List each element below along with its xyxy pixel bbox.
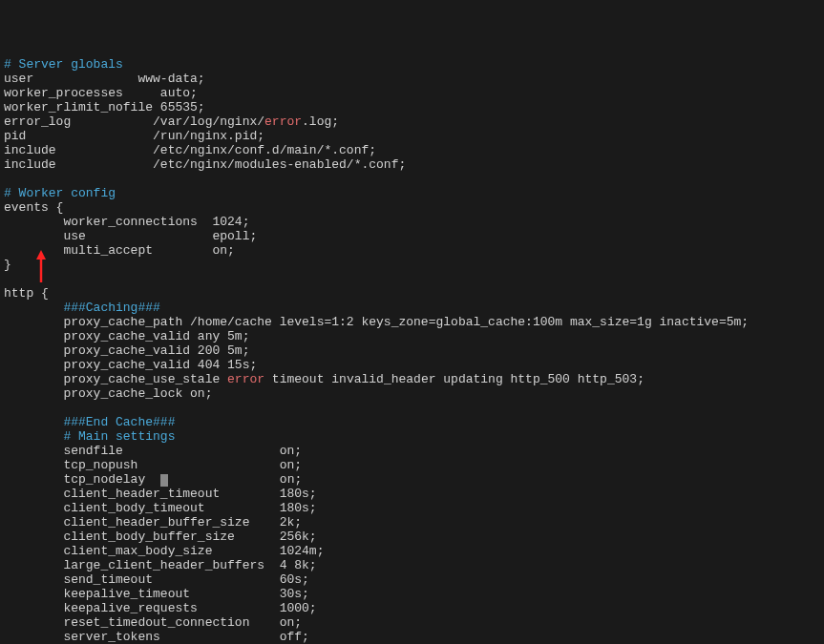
config-line: http { — [4, 286, 49, 301]
comment-end-cache: ###End Cache### — [4, 415, 175, 429]
comment-server-globals: # Server globals — [4, 57, 123, 72]
config-line: server_tokens off; — [4, 630, 309, 644]
config-line: error_log /var/log/nginx/ — [4, 114, 264, 129]
config-line: proxy_cache_valid 404 15s; — [4, 358, 257, 372]
config-line: reset_timedout_connection on; — [4, 615, 302, 630]
error-keyword: error — [227, 372, 264, 386]
config-line: include /etc/nginx/conf.d/main/*.conf; — [4, 143, 376, 157]
code-editor[interactable]: # Server globals user www-data; worker_p… — [0, 57, 824, 644]
config-line: tcp_nopush on; — [4, 458, 302, 472]
config-line: client_body_timeout 180s; — [4, 501, 317, 515]
config-line: include /etc/nginx/modules-enabled/*.con… — [4, 157, 406, 172]
config-line: timeout invalid_header updating http_500… — [264, 372, 644, 386]
config-line: on; — [168, 472, 302, 487]
config-line: client_header_buffer_size 2k; — [4, 515, 302, 530]
text-cursor — [160, 474, 168, 487]
config-line: client_body_buffer_size 256k; — [4, 530, 317, 544]
config-line: keepalive_requests 1000; — [4, 601, 317, 615]
config-line: worker_rlimit_nofile 65535; — [4, 100, 205, 114]
error-keyword: error — [264, 114, 302, 129]
config-line: proxy_cache_lock on; — [4, 386, 212, 401]
config-line: keepalive_timeout 30s; — [4, 587, 309, 601]
config-line: worker_connections 1024; — [4, 215, 249, 229]
comment-main-settings: # Main settings — [4, 429, 175, 444]
config-line: client_max_body_size 1024m; — [4, 544, 324, 558]
config-line: use epoll; — [4, 229, 257, 243]
config-line: user www-data; — [4, 72, 205, 86]
config-line: worker_processes auto; — [4, 86, 198, 100]
comment-caching: ###Caching### — [4, 301, 160, 315]
config-line: proxy_cache_valid any 5m; — [4, 329, 249, 343]
config-line: large_client_header_buffers 4 8k; — [4, 558, 317, 572]
config-line: pid /run/nginx.pid; — [4, 129, 264, 143]
config-line: send_timeout 60s; — [4, 572, 309, 587]
config-line: tcp_nodelay — [4, 472, 160, 487]
config-line: sendfile on; — [4, 444, 302, 458]
config-line: proxy_cache_use_stale — [4, 372, 227, 386]
config-line: proxy_cache_path /home/cache levels=1:2 … — [4, 315, 749, 329]
config-line: .log; — [302, 114, 339, 129]
config-line: events { — [4, 200, 63, 215]
config-line: client_header_timeout 180s; — [4, 487, 317, 501]
comment-worker-config: # Worker config — [4, 186, 116, 200]
config-line: proxy_cache_valid 200 5m; — [4, 343, 249, 358]
config-line: } — [4, 258, 11, 272]
config-line: multi_accept on; — [4, 243, 235, 258]
